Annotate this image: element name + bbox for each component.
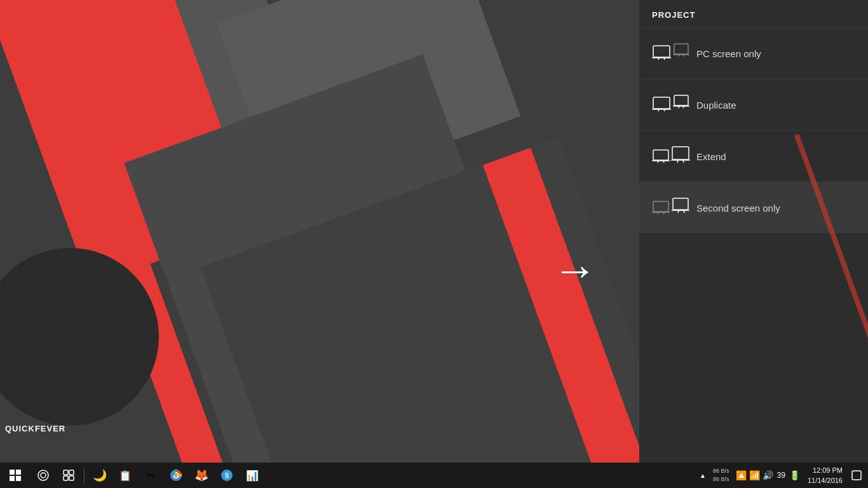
svg-rect-16 (653, 150, 668, 160)
start-button[interactable] (0, 463, 31, 488)
svg-rect-20 (672, 147, 689, 159)
task-view-button[interactable] (56, 463, 81, 488)
svg-line-22 (677, 160, 678, 163)
clock-date: 11/14/2016 (808, 475, 843, 486)
system-clock[interactable]: 12:09 PM 11/14/2016 (804, 465, 846, 486)
battery-icon: 🔋 (789, 470, 800, 480)
right-arrow-icon: → (553, 248, 597, 292)
tray-icons-group: 🔼 📶 🔊 39 🔋 (733, 470, 803, 480)
windows-icon (10, 470, 21, 481)
taskbar-divider (84, 468, 85, 483)
svg-line-14 (679, 106, 679, 108)
taskbar-app-chrome[interactable] (163, 463, 189, 488)
svg-line-3 (664, 58, 665, 60)
second-screen-only-icon (652, 195, 696, 220)
chrome-icon (170, 469, 182, 482)
svg-rect-8 (653, 97, 670, 109)
taskbar-app-simplenote[interactable]: S (214, 463, 240, 488)
tray-network-icon: 🔼 (736, 470, 747, 480)
taskbar-app-orange[interactable]: 🦊 (189, 463, 214, 488)
panel-title: PROJECT (639, 0, 868, 27)
svg-line-27 (663, 212, 664, 214)
svg-line-30 (678, 210, 679, 213)
duplicate-icon (652, 92, 696, 118)
svg-rect-43 (852, 471, 861, 480)
svg-line-19 (663, 161, 664, 163)
svg-line-18 (658, 161, 658, 163)
download-speed: 86 B/s (713, 475, 729, 484)
clock-time: 12:09 PM (813, 465, 843, 476)
svg-rect-0 (653, 46, 670, 57)
svg-line-6 (679, 55, 679, 57)
tray-wifi-icon: 📶 (749, 470, 760, 480)
taskbar-app-chart[interactable]: 📊 (240, 463, 265, 488)
svg-line-31 (684, 210, 684, 213)
svg-rect-28 (673, 198, 688, 210)
project-option-extend[interactable]: Extend (639, 130, 868, 182)
svg-line-2 (658, 58, 659, 60)
project-option-pc-screen-only[interactable]: PC screen only (639, 27, 868, 79)
pc-screen-only-label: PC screen only (696, 48, 761, 59)
svg-line-26 (658, 212, 658, 214)
svg-text:S: S (225, 472, 229, 479)
notification-icon (851, 470, 862, 480)
svg-line-11 (664, 109, 665, 111)
cortana-button[interactable] (31, 463, 56, 488)
desktop-wallpaper: → QUICKFEVER (0, 0, 639, 463)
duplicate-label: Duplicate (696, 100, 736, 111)
svg-rect-35 (69, 470, 74, 475)
taskbar-app-moon[interactable]: 🌙 (87, 463, 112, 488)
svg-line-23 (683, 160, 684, 163)
brand-fever: FEVER (35, 424, 65, 433)
taskbar-app-tools[interactable]: ✂ (138, 463, 163, 488)
system-tray: ▲ 86 B/s 86 B/s 🔼 📶 🔊 39 🔋 12:09 PM 11/1… (696, 463, 868, 488)
project-panel: PROJECT PC screen only (639, 0, 868, 463)
tray-expand-button[interactable]: ▲ (696, 463, 709, 488)
svg-rect-36 (64, 476, 68, 480)
taskbar: 🌙 📋 ✂ 🦊 S 📊 ▲ 86 B/s 86 B/s (0, 463, 868, 488)
simplenote-icon: S (220, 469, 233, 482)
notification-center-button[interactable] (848, 463, 865, 488)
taskbar-app-sticky[interactable]: 📋 (112, 463, 138, 488)
arrow-indicator: → (521, 248, 629, 292)
second-screen-only-label: Second screen only (696, 203, 780, 214)
svg-line-15 (683, 106, 684, 108)
search-circle-icon (37, 470, 49, 481)
tray-volume-icon: 🔊 (763, 470, 773, 480)
svg-rect-34 (64, 470, 68, 475)
project-option-duplicate[interactable]: Duplicate (639, 79, 868, 130)
svg-rect-37 (69, 476, 74, 480)
svg-line-10 (658, 109, 659, 111)
svg-rect-24 (653, 201, 668, 212)
extend-label: Extend (696, 151, 726, 162)
project-option-second-screen-only[interactable]: Second screen only (639, 182, 868, 233)
svg-point-32 (38, 470, 48, 480)
svg-line-7 (683, 55, 684, 57)
network-speed-display: 86 B/s 86 B/s (710, 467, 732, 483)
battery-percent: 39 (776, 471, 787, 480)
pc-screen-only-icon (652, 41, 696, 66)
svg-rect-4 (674, 44, 688, 54)
brand-quick: QUICK (5, 424, 35, 433)
extend-icon (652, 144, 696, 169)
brand-label: QUICKFEVER (5, 424, 65, 433)
upload-speed: 86 B/s (713, 467, 729, 475)
svg-point-33 (41, 473, 46, 478)
svg-rect-12 (674, 95, 688, 105)
task-view-icon (63, 470, 74, 481)
